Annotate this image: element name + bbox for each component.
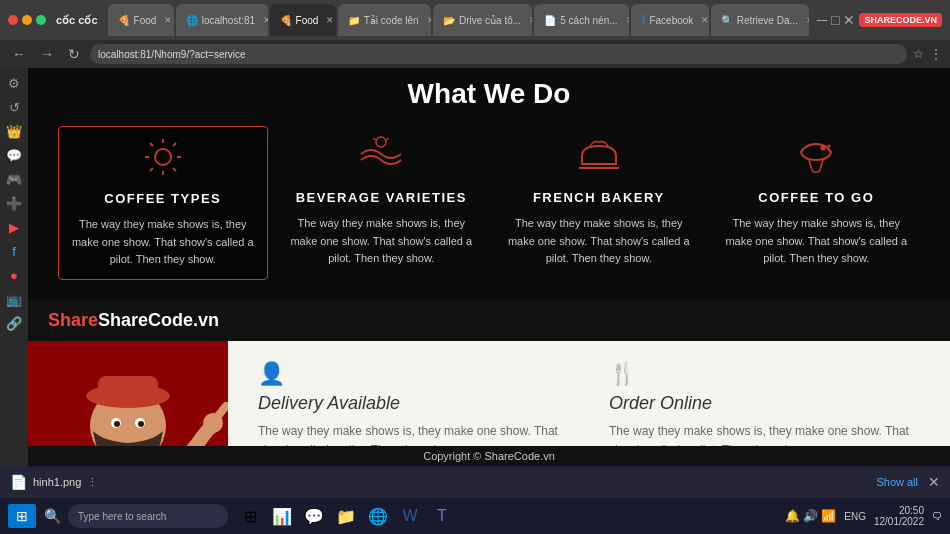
maximize-button[interactable]: □ bbox=[831, 12, 839, 28]
sidebar-tv-icon[interactable]: 📺 bbox=[3, 288, 25, 310]
svg-line-2 bbox=[173, 143, 176, 146]
tab-drive[interactable]: 📂Drive của tô...✕ bbox=[433, 4, 532, 36]
sidebar-facebook-icon[interactable]: f bbox=[3, 240, 25, 262]
taskbar-view-button[interactable]: ⊞ bbox=[236, 502, 264, 530]
search-button[interactable]: 🔍 bbox=[40, 504, 64, 528]
taskbar-lang: ENG bbox=[844, 511, 866, 522]
tab-5-cach[interactable]: 📄5 cách nén...✕ bbox=[534, 4, 629, 36]
minimize-button[interactable]: ─ bbox=[817, 12, 827, 28]
svg-line-6 bbox=[150, 168, 153, 171]
order-title: Order Online bbox=[609, 393, 920, 414]
services-grid: Coffee Types The way they make shows is,… bbox=[48, 126, 930, 280]
tab-retrieve[interactable]: 🔍Retrieve Da...✕ bbox=[711, 4, 809, 36]
taskbar: ⊞ 🔍 Type here to search ⊞ 📊 💬 📁 🌐 W T 🔔 … bbox=[0, 498, 950, 534]
coffee-types-icon bbox=[67, 137, 259, 183]
svg-point-0 bbox=[155, 149, 171, 165]
forward-button[interactable]: → bbox=[36, 44, 58, 64]
taskbar-word-button[interactable]: W bbox=[396, 502, 424, 530]
svg-point-23 bbox=[114, 421, 120, 427]
close-button[interactable]: ✕ bbox=[843, 12, 855, 28]
tab-facebook[interactable]: fFacebook✕ bbox=[631, 4, 708, 36]
taskbar-date: 12/01/2022 bbox=[874, 516, 924, 527]
notification-center-icon[interactable]: 🗨 bbox=[932, 511, 942, 522]
taskbar-time: 20:50 bbox=[874, 505, 924, 516]
taskbar-search-box[interactable]: Type here to search bbox=[68, 504, 228, 528]
file-icon: 📄 bbox=[10, 474, 27, 490]
copyright-bar: Copyright © ShareCode.vn bbox=[28, 446, 950, 466]
svg-line-10 bbox=[373, 138, 376, 140]
sharecode-watermark: ShareShareCode.vn bbox=[28, 300, 950, 341]
sidebar-history-icon[interactable]: ↺ bbox=[3, 96, 25, 118]
svg-point-24 bbox=[138, 421, 144, 427]
taskbar-explorer-button[interactable]: 📁 bbox=[332, 502, 360, 530]
taskbar-icons: ⊞ 📊 💬 📁 🌐 W T bbox=[236, 502, 456, 530]
tab-localhost[interactable]: 🌐localhost:81✕ bbox=[176, 4, 268, 36]
sidebar-tiktok-icon[interactable]: ● bbox=[3, 264, 25, 286]
file-options-icon[interactable]: ⋮ bbox=[87, 476, 98, 489]
show-all-button[interactable]: Show all bbox=[876, 476, 918, 488]
coffee-types-name: Coffee Types bbox=[67, 191, 259, 206]
sharecode-logo: SHARECODE.VN bbox=[859, 13, 942, 27]
service-card-beverage: Beverage Varieties The way they make sho… bbox=[278, 126, 486, 278]
delivery-title: Delivery Available bbox=[258, 393, 569, 414]
taskbar-datetime: 20:50 12/01/2022 bbox=[874, 505, 924, 527]
browser-sidebar: ⚙ ↺ 👑 💬 🎮 ➕ ▶ f ● 📺 🔗 🔔 bbox=[0, 68, 28, 534]
coffee-go-icon bbox=[721, 136, 913, 182]
sharecode-text: Share bbox=[48, 310, 98, 330]
sidebar-crown-icon[interactable]: 👑 bbox=[3, 120, 25, 142]
browser-chrome: cốc cốc 🍕Food✕ 🌐localhost:81✕ 🍕Food✕ 📁Tả… bbox=[0, 0, 950, 40]
tab-food-1[interactable]: 🍕Food✕ bbox=[108, 4, 174, 36]
coffee-go-desc: The way they make shows is, they make on… bbox=[721, 215, 913, 268]
system-tray-icons: 🔔 🔊 📶 bbox=[785, 509, 837, 523]
address-bar[interactable]: localhost:81/Nhom9/?act=service bbox=[90, 44, 907, 64]
file-name: hinh1.png bbox=[33, 476, 81, 488]
coffee-types-desc: The way they make shows is, they make on… bbox=[67, 216, 259, 269]
svg-line-8 bbox=[150, 143, 153, 146]
sidebar-link-icon[interactable]: 🔗 bbox=[3, 312, 25, 334]
sidebar-settings-icon[interactable]: ⚙ bbox=[3, 72, 25, 94]
beverage-name: Beverage Varieties bbox=[286, 190, 478, 205]
notification-bar: 📄 hinh1.png ⋮ Show all ✕ bbox=[0, 466, 950, 498]
svg-point-14 bbox=[821, 146, 826, 151]
taskbar-chat-button[interactable]: 💬 bbox=[300, 502, 328, 530]
sidebar-add-icon[interactable]: ➕ bbox=[3, 192, 25, 214]
svg-line-12 bbox=[386, 138, 389, 140]
back-button[interactable]: ← bbox=[8, 44, 30, 64]
download-notification: 📄 hinh1.png ⋮ bbox=[10, 474, 98, 490]
sidebar-youtube-icon[interactable]: ▶ bbox=[3, 216, 25, 238]
svg-rect-20 bbox=[98, 376, 158, 398]
bakery-desc: The way they make shows is, they make on… bbox=[503, 215, 695, 268]
address-text: localhost:81/Nhom9/?act=service bbox=[98, 49, 246, 60]
bookmark-icon[interactable]: ☆ bbox=[913, 47, 924, 61]
reload-button[interactable]: ↻ bbox=[64, 44, 84, 64]
service-card-bakery: French Bakery The way they make shows is… bbox=[495, 126, 703, 278]
bakery-icon bbox=[503, 136, 695, 182]
close-notification-button[interactable]: ✕ bbox=[928, 474, 940, 490]
sidebar-chat-icon[interactable]: 💬 bbox=[3, 144, 25, 166]
service-card-coffee-types: Coffee Types The way they make shows is,… bbox=[58, 126, 268, 280]
start-button[interactable]: ⊞ bbox=[8, 504, 36, 528]
watermark-text: ShareCode.vn bbox=[98, 310, 219, 330]
section-title: What We Do bbox=[48, 78, 930, 110]
what-we-do-section: What We Do Cof bbox=[28, 68, 950, 300]
taskbar-chrome-button[interactable]: 🌐 bbox=[364, 502, 392, 530]
address-bar-row: ← → ↻ localhost:81/Nhom9/?act=service ☆ … bbox=[0, 40, 950, 68]
beverage-icon bbox=[286, 136, 478, 182]
tab-tai-code[interactable]: 📁Tải code lên✕ bbox=[338, 4, 431, 36]
coffee-go-name: Coffee to Go bbox=[721, 190, 913, 205]
taskbar-teams-button[interactable]: T bbox=[428, 502, 456, 530]
taskbar-right: 🔔 🔊 📶 ENG 20:50 12/01/2022 🗨 bbox=[785, 505, 942, 527]
copyright-text: Copyright © ShareCode.vn bbox=[423, 450, 555, 462]
browser-name: cốc cốc bbox=[56, 14, 98, 27]
svg-point-9 bbox=[376, 137, 386, 147]
menu-icon[interactable]: ⋮ bbox=[930, 47, 942, 61]
service-card-coffee-go: Coffee to Go The way they make shows is,… bbox=[713, 126, 921, 278]
taskbar-search-placeholder: Type here to search bbox=[78, 511, 166, 522]
tab-food-active[interactable]: 🍕Food✕ bbox=[270, 4, 336, 36]
bakery-name: French Bakery bbox=[503, 190, 695, 205]
order-fork-knife-icon: 🍴 bbox=[609, 361, 920, 387]
beverage-desc: The way they make shows is, they make on… bbox=[286, 215, 478, 268]
tab-bar: 🍕Food✕ 🌐localhost:81✕ 🍕Food✕ 📁Tải code l… bbox=[108, 0, 810, 40]
sidebar-game-icon[interactable]: 🎮 bbox=[3, 168, 25, 190]
taskbar-widgets-button[interactable]: 📊 bbox=[268, 502, 296, 530]
